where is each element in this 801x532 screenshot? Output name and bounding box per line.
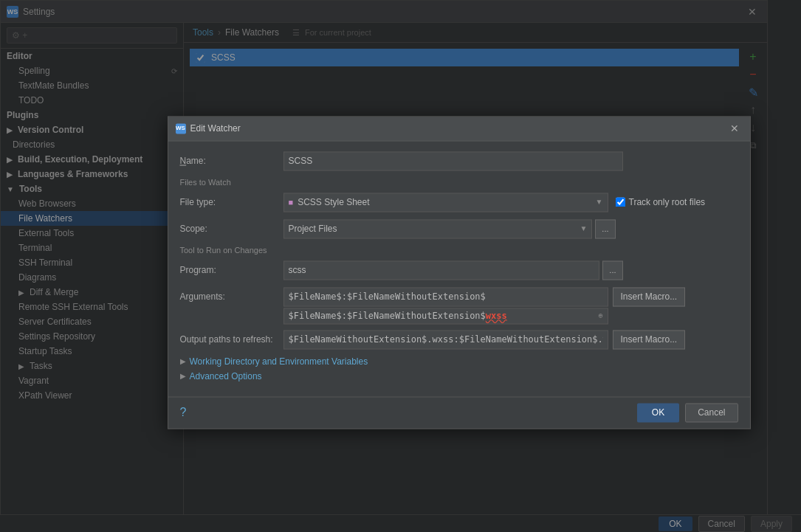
dialog-cancel-button[interactable]: Cancel — [685, 403, 738, 422]
arguments-input[interactable] — [283, 287, 608, 306]
tool-section-header: Tool to Run on Changes — [180, 246, 738, 255]
program-input[interactable] — [283, 260, 600, 280]
arguments-row: Arguments: Insert Macro... — [180, 287, 738, 306]
working-dir-row[interactable]: ▶ Working Directory and Environment Vari… — [180, 356, 738, 367]
files-to-watch-header: Files to Watch — [180, 178, 738, 187]
scope-value: Project Files — [289, 224, 580, 234]
track-root-checkbox[interactable] — [616, 197, 625, 207]
edit-watcher-dialog: WS Edit Watcher ✕ Name: Files to Watch F… — [168, 116, 751, 429]
name-label: Name: — [180, 156, 283, 166]
arguments-expand-icon: ⊕ — [598, 311, 602, 319]
arguments-label: Arguments: — [180, 291, 283, 302]
program-label: Program: — [180, 265, 283, 275]
file-type-dropdown-arrow: ▼ — [596, 198, 603, 206]
file-type-row: File type: ■ SCSS Style Sheet ▼ Track on… — [180, 193, 738, 212]
name-input[interactable] — [283, 151, 623, 170]
advanced-options-label: Advanced Options — [190, 371, 262, 381]
working-dir-label: Working Directory and Environment Variab… — [190, 356, 368, 367]
track-root-text: Track only root files — [629, 197, 706, 207]
advanced-options-row[interactable]: ▶ Advanced Options — [180, 371, 738, 381]
arguments-display-row: $FileName$:$FileNameWithoutExtension$ wx… — [180, 308, 738, 324]
dialog-title: Edit Watcher — [190, 123, 241, 134]
scope-browse-button[interactable]: ... — [595, 219, 615, 238]
output-row: Output paths to refresh: Insert Macro... — [180, 330, 738, 349]
output-label: Output paths to refresh: — [180, 334, 283, 345]
file-type-label: File type: — [180, 197, 283, 207]
program-browse-button[interactable]: ... — [602, 260, 622, 280]
insert-macro-arguments-button[interactable]: Insert Macro... — [613, 287, 686, 306]
output-input[interactable] — [283, 330, 608, 349]
scope-dropdown-arrow: ▼ — [580, 224, 587, 232]
dialog-ok-button[interactable]: OK — [637, 403, 679, 422]
file-type-value: SCSS Style Sheet — [298, 197, 591, 207]
scope-label: Scope: — [180, 224, 283, 234]
scope-select[interactable]: Project Files ▼ — [283, 219, 593, 238]
arguments-text: $FileName$:$FileNameWithoutExtension$ — [289, 311, 486, 321]
insert-macro-output-button[interactable]: Insert Macro... — [613, 330, 686, 349]
dialog-body: Name: Files to Watch File type: ■ SCSS S… — [168, 141, 750, 396]
dialog-app-icon: WS — [176, 123, 186, 134]
scss-icon: ■ — [289, 198, 294, 207]
dialog-close-button[interactable]: ✕ — [726, 121, 743, 136]
track-root-label[interactable]: Track only root files — [616, 197, 706, 207]
dialog-title-bar: WS Edit Watcher ✕ — [168, 117, 750, 141]
working-dir-arrow: ▶ — [180, 357, 186, 365]
help-icon[interactable]: ? — [180, 406, 187, 419]
dialog-footer: ? OK Cancel — [168, 396, 750, 428]
scope-row: Scope: Project Files ▼ ... — [180, 219, 738, 238]
name-row: Name: — [180, 151, 738, 170]
program-row: Program: ... — [180, 260, 738, 280]
advanced-options-arrow: ▶ — [180, 372, 186, 380]
arguments-suffix: wxss — [486, 311, 507, 321]
file-type-select[interactable]: ■ SCSS Style Sheet ▼ — [283, 193, 608, 212]
